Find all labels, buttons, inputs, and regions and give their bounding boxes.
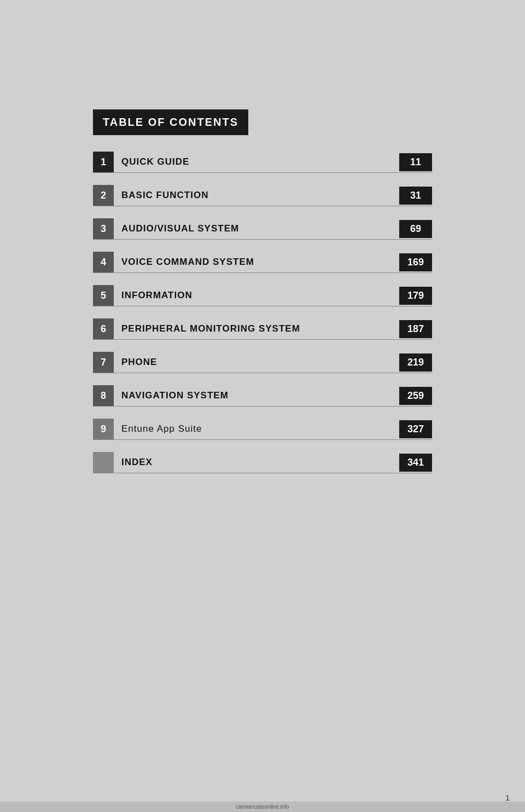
chapter-title: INDEX xyxy=(114,457,399,468)
chapter-title: BASIC FUNCTION xyxy=(114,190,399,201)
chapter-title: VOICE COMMAND SYSTEM xyxy=(114,257,399,268)
chapter-num: 5 xyxy=(93,285,114,306)
chapters-list: 1QUICK GUIDE112BASIC FUNCTION313AUDIO/VI… xyxy=(93,152,432,485)
chapter-num xyxy=(93,452,114,473)
chapter-page: 187 xyxy=(399,320,432,338)
chapter-title: AUDIO/VISUAL SYSTEM xyxy=(114,223,399,234)
chapter-title: QUICK GUIDE xyxy=(114,156,399,167)
toc-header: TABLE OF CONTENTS xyxy=(93,109,248,135)
chapter-page: 31 xyxy=(399,187,432,205)
toc-row: INDEX341 xyxy=(93,452,432,473)
page-container: TABLE OF CONTENTS 1QUICK GUIDE112BASIC F… xyxy=(0,0,525,812)
chapter-page: 327 xyxy=(399,420,432,438)
chapter-num: 9 xyxy=(93,419,114,439)
toc-row: 4VOICE COMMAND SYSTEM169 xyxy=(93,252,432,273)
toc-row: 7PHONE219 xyxy=(93,352,432,373)
toc-row: 3AUDIO/VISUAL SYSTEM69 xyxy=(93,218,432,240)
toc-row: 5INFORMATION179 xyxy=(93,285,432,306)
toc-row: 8NAVIGATION SYSTEM259 xyxy=(93,385,432,407)
chapter-page: 69 xyxy=(399,220,432,238)
chapter-num: 8 xyxy=(93,385,114,406)
chapter-page: 259 xyxy=(399,387,432,405)
toc-row: 9Entune App Suite327 xyxy=(93,419,432,440)
chapter-num: 6 xyxy=(93,318,114,339)
chapter-title: INFORMATION xyxy=(114,290,399,301)
chapter-num: 1 xyxy=(93,152,114,172)
page-number: 1 xyxy=(505,793,510,802)
chapter-page: 179 xyxy=(399,287,432,305)
watermark: carmanualsonline.info xyxy=(0,802,525,812)
chapter-num: 2 xyxy=(93,185,114,206)
chapter-title: PHONE xyxy=(114,357,399,368)
chapter-num: 3 xyxy=(93,218,114,239)
chapter-title: PERIPHERAL MONITORING SYSTEM xyxy=(114,323,399,334)
toc-row: 1QUICK GUIDE11 xyxy=(93,152,432,173)
chapter-page: 169 xyxy=(399,253,432,271)
chapter-page: 11 xyxy=(399,153,432,171)
chapter-page: 219 xyxy=(399,353,432,372)
toc-row: 2BASIC FUNCTION31 xyxy=(93,185,432,206)
chapter-page: 341 xyxy=(399,454,432,472)
chapter-num: 7 xyxy=(93,352,114,373)
chapter-title: NAVIGATION SYSTEM xyxy=(114,390,399,401)
chapter-num: 4 xyxy=(93,252,114,272)
content-area: TABLE OF CONTENTS 1QUICK GUIDE112BASIC F… xyxy=(93,109,432,485)
chapter-title: Entune App Suite xyxy=(114,424,399,434)
toc-row: 6PERIPHERAL MONITORING SYSTEM187 xyxy=(93,318,432,340)
